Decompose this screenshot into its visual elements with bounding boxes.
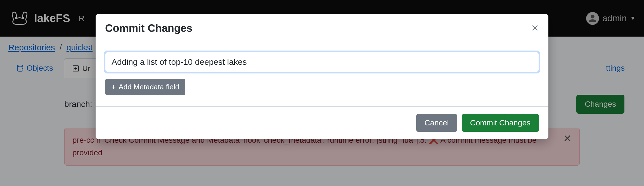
modal-footer: Cancel Commit Changes — [96, 106, 548, 139]
cancel-button[interactable]: Cancel — [416, 114, 457, 132]
commit-message-input[interactable] — [105, 52, 539, 72]
close-icon[interactable] — [531, 24, 539, 33]
plus-icon: + — [111, 83, 116, 91]
commit-changes-button[interactable]: Commit Changes — [462, 114, 539, 132]
add-metadata-label: Add Metadata field — [119, 83, 179, 91]
modal-overlay[interactable]: Commit Changes + Add Metadata field Canc… — [0, 0, 644, 186]
add-metadata-button[interactable]: + Add Metadata field — [105, 79, 185, 95]
modal-title: Commit Changes — [105, 22, 192, 34]
commit-modal: Commit Changes + Add Metadata field Canc… — [96, 14, 548, 139]
modal-body: + Add Metadata field — [96, 43, 548, 106]
modal-header: Commit Changes — [96, 14, 548, 43]
